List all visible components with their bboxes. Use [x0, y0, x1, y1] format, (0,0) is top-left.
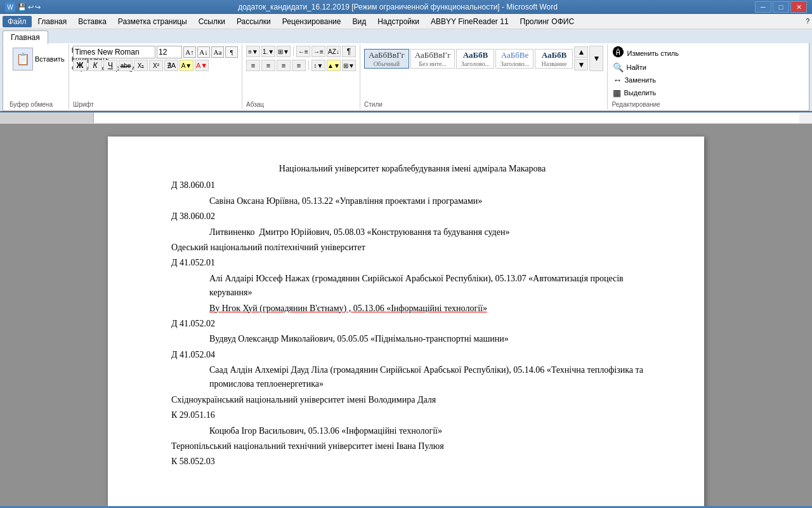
paragraph-group: ≡▼ 1.▼ ⊞▼ ←≡ →≡ AZ↓ ¶ ≡ ≡ ≡ ≡ ↕▼ ▲▼ ⊞▼ А…: [242, 44, 360, 109]
replace-button[interactable]: ↔ Заменить: [612, 74, 680, 86]
select-button[interactable]: ▦ Выделить: [612, 87, 680, 98]
styles-down-button[interactable]: ▼: [574, 59, 588, 70]
redo-icon[interactable]: ↪: [35, 3, 41, 11]
change-case-button[interactable]: Aa: [211, 46, 224, 58]
font-size-input[interactable]: [157, 46, 182, 58]
menu-mailings[interactable]: Рассылки: [232, 16, 276, 27]
line-text: Тернопільський національний технічний ун…: [171, 441, 444, 451]
increase-indent-button[interactable]: →≡: [311, 46, 325, 57]
line-text: Національний університет кораблебудуванн…: [279, 164, 546, 173]
ruler-left-margin: [0, 112, 94, 124]
clear-formatting-button[interactable]: ∄A: [164, 60, 178, 71]
ruler: [0, 112, 812, 124]
style-heading1[interactable]: АаБбВ Заголово...: [456, 49, 494, 69]
decrease-indent-button[interactable]: ←≡: [296, 46, 310, 57]
line-spacing-button[interactable]: ↕▼: [311, 60, 325, 71]
line-text: Д 41.052.04: [171, 350, 215, 359]
paragraph-group-label: Абзац: [246, 100, 356, 108]
menu-prooling[interactable]: Пролинг ОФИС: [515, 16, 580, 27]
multilevel-button[interactable]: ⊞▼: [277, 46, 291, 57]
minimize-button[interactable]: ─: [755, 1, 771, 13]
menu-page-layout[interactable]: Разметка страницы: [113, 16, 192, 27]
app-icon: W: [5, 2, 15, 12]
borders-button[interactable]: ⊞▼: [342, 60, 356, 71]
menu-view[interactable]: Вид: [347, 16, 371, 27]
menubar: Файл Главная Вставка Разметка страницы С…: [0, 14, 812, 29]
style-title[interactable]: АаБбВ Название: [535, 49, 573, 69]
doc-line-8: Алі Алдаірі Юссеф Нажах (громадянин Сирі…: [171, 272, 653, 300]
ribbon: Главная 📋 Вставить Вырезать Копировать Ф…: [0, 29, 812, 112]
style-no-spacing[interactable]: АаБбВвГг Без инте...: [410, 49, 455, 69]
subscript-button[interactable]: X₂: [134, 60, 148, 71]
styles-scroll-controls: ▲ ▼: [574, 46, 588, 70]
text-highlight-button[interactable]: A▼: [180, 60, 193, 71]
select-icon: ▦: [613, 88, 621, 98]
menu-addins[interactable]: Надстройки: [372, 16, 424, 27]
window-title: додаток_кандидати_16.12.2019 [Режим огра…: [41, 3, 755, 11]
menu-insert[interactable]: Вставка: [73, 16, 112, 27]
find-button[interactable]: 🔍 Найти: [612, 62, 680, 73]
line-text-underlined: Ву Нгок Хуй (громадянин В'єтнаму) , 05.1…: [209, 304, 487, 313]
shading-button[interactable]: ▲▼: [327, 60, 341, 71]
doc-line-12: Д 41.052.04: [171, 348, 653, 362]
italic-button[interactable]: К: [88, 60, 102, 71]
show-paragraph-button[interactable]: ¶: [342, 46, 356, 57]
font-group-label: Шрифт: [73, 100, 238, 108]
style-normal[interactable]: АаБбВвГг Обычный: [364, 49, 409, 69]
doc-line-10: Д 41.052.02: [171, 317, 653, 331]
tab-home[interactable]: Главная: [3, 30, 48, 44]
doc-line-13: Саад Алдін Алхемірі Дауд Ліла (громадяни…: [171, 363, 653, 392]
font-name-input[interactable]: [73, 46, 155, 58]
line-text: Алі Алдаірі Юссеф Нажах (громадянин Сирі…: [209, 274, 624, 297]
document-page: Національний університет кораблебудуванн…: [108, 137, 704, 506]
separator2: [308, 60, 309, 70]
font-grow-button[interactable]: A↑: [183, 46, 196, 58]
strikethrough-button[interactable]: abe: [119, 60, 133, 71]
line-text: Саад Алдін Алхемірі Дауд Ліла (громадяни…: [209, 365, 643, 389]
font-group: A↑ A↓ Aa ¶ Ж К Ч abe X₂ X² ∄A A▼ A▼ Шриф…: [69, 44, 242, 109]
alignment-buttons: ≡ ≡ ≡ ≡ ↕▼ ▲▼ ⊞▼: [246, 60, 356, 71]
menu-home[interactable]: Главная: [33, 16, 72, 27]
save-icon[interactable]: 💾: [18, 3, 27, 11]
line-text: Д 38.060.01: [171, 180, 215, 190]
doc-line-6: Одеський національний політехнічний унів…: [171, 241, 653, 255]
document-area[interactable]: Національний університет кораблебудуванн…: [0, 124, 812, 506]
bullets-button[interactable]: ≡▼: [246, 46, 260, 57]
numbering-button[interactable]: 1.▼: [261, 46, 275, 57]
align-left-button[interactable]: ≡: [246, 60, 260, 71]
undo-icon[interactable]: ↩: [28, 3, 34, 11]
line-text: К 58.052.03: [171, 457, 215, 466]
font-name-row: A↑ A↓ Aa ¶: [73, 46, 238, 58]
menu-references[interactable]: Ссылки: [193, 16, 230, 27]
align-right-button[interactable]: ≡: [277, 60, 291, 71]
doc-line-9: Ву Нгок Хуй (громадянин В'єтнаму) , 05.1…: [171, 302, 653, 316]
show-hide-button[interactable]: ¶: [225, 46, 238, 58]
font-color-button[interactable]: A▼: [195, 60, 209, 71]
maximize-button[interactable]: □: [773, 1, 789, 13]
justify-button[interactable]: ≡: [292, 60, 306, 71]
menu-abbyy[interactable]: ABBYY FineReader 11: [426, 16, 514, 27]
superscript-button[interactable]: X²: [149, 60, 163, 71]
styles-up-button[interactable]: ▲: [574, 46, 588, 58]
doc-line-3: Савіна Оксана Юріївна, 05.13.22 «Управлі…: [171, 194, 653, 208]
editing-group-label: Редактирование: [612, 100, 680, 108]
ribbon-help-icon[interactable]: ?: [806, 18, 809, 25]
close-button[interactable]: ✕: [790, 1, 807, 13]
underline-button[interactable]: Ч: [103, 60, 117, 71]
bold-button[interactable]: Ж: [73, 60, 87, 71]
paste-button[interactable]: 📋 Вставить: [10, 46, 68, 72]
align-center-button[interactable]: ≡: [261, 60, 275, 71]
quick-access-toolbar: 💾 ↩ ↪: [18, 3, 41, 11]
menu-review[interactable]: Рецензирование: [277, 16, 346, 27]
style-heading2[interactable]: АаБбВе Заголово...: [495, 49, 534, 69]
font-shrink-button[interactable]: A↓: [197, 46, 210, 58]
paste-icon: 📋: [13, 48, 33, 70]
sort-button[interactable]: AZ↓: [327, 46, 341, 57]
line-text: Вудвуд Олександр Миколайович, 05.05.05 «…: [209, 334, 509, 344]
doc-line-1: Національний університет кораблебудуванн…: [171, 162, 653, 176]
change-styles-button[interactable]: 🅐 Изменить стиль: [612, 46, 680, 60]
line-text: К 29.051.16: [171, 410, 215, 420]
ribbon-content: 📋 Вставить Вырезать Копировать Формат по…: [3, 43, 809, 111]
menu-file[interactable]: Файл: [3, 16, 32, 27]
styles-more-button[interactable]: ▼: [589, 46, 603, 71]
